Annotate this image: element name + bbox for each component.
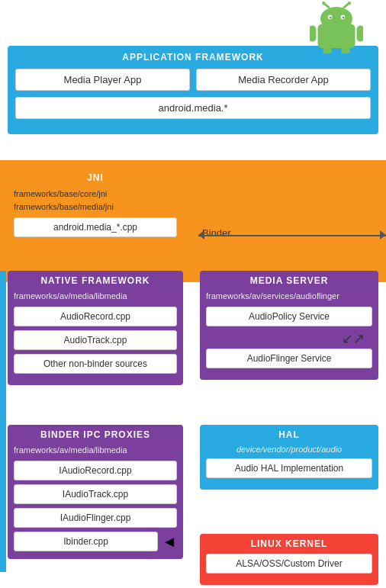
android-media-box: android.media.* xyxy=(15,97,371,119)
audio-hal-box: Audio HAL Implementation xyxy=(206,458,372,478)
jni-title: JNI xyxy=(14,172,177,183)
ibinder-row: Ibinder.cpp ◄ xyxy=(14,532,177,551)
other-non-binder-box: Other non-binder sources xyxy=(14,354,177,374)
ibinder-box: Ibinder.cpp xyxy=(14,532,158,551)
arrows-icon: ↙↗ xyxy=(214,330,365,347)
linux-kernel-title: LINUX KERNEL xyxy=(206,538,372,549)
audio-policy-box: AudioPolicy Service xyxy=(206,307,372,326)
audio-track-box: AudioTrack.cpp xyxy=(14,330,177,350)
binder-line xyxy=(198,235,386,236)
iaudio-track-box: IAudioTrack.cpp xyxy=(14,484,177,504)
binder-ipc-section: BINDER IPC PROXIES frameworks/av/media/l… xyxy=(8,425,183,559)
media-recorder-box: Media Recorder App xyxy=(196,69,371,91)
svg-point-1 xyxy=(320,7,352,31)
binder-ipc-path: frameworks/av/media/libmedia xyxy=(14,445,177,456)
android-logo xyxy=(310,0,363,53)
media-server-section: MEDIA SERVER frameworks/av/services/audi… xyxy=(200,271,378,380)
binder-label: Binder xyxy=(202,227,231,239)
media-player-box: Media Player App xyxy=(15,69,190,91)
ibinder-arrow-icon: ◄ xyxy=(162,533,177,551)
binder-arrow-right xyxy=(380,230,386,239)
iaudio-record-box: IAudioRecord.cpp xyxy=(14,461,177,480)
linux-kernel-section: LINUX KERNEL ALSA/OSS/Custom Driver xyxy=(200,534,378,585)
hal-path: device/vendor/product/audio xyxy=(206,445,372,454)
jni-cpp-box: android.media_*.cpp xyxy=(14,217,177,237)
native-framework-section: NATIVE FRAMEWORK frameworks/av/media/lib… xyxy=(8,271,183,385)
app-row-1: Media Player App Media Recorder App xyxy=(15,69,371,91)
hal-section: HAL device/vendor/product/audio Audio HA… xyxy=(200,425,378,490)
svg-point-8 xyxy=(322,2,325,5)
svg-point-5 xyxy=(343,17,345,19)
media-server-path: frameworks/av/services/audioflinger xyxy=(206,291,372,302)
native-framework-path: frameworks/av/media/libmedia xyxy=(14,291,177,302)
svg-point-9 xyxy=(348,2,351,5)
alsa-oss-box: ALSA/OSS/Custom Driver xyxy=(206,554,372,574)
binder-ipc-title: BINDER IPC PROXIES xyxy=(14,429,177,440)
hal-title: HAL xyxy=(206,429,372,440)
iaudio-flinger-box: IAudioFlinger.cpp xyxy=(14,508,177,528)
app-row-2: android.media.* xyxy=(15,97,371,119)
svg-rect-10 xyxy=(310,26,316,42)
svg-rect-11 xyxy=(357,26,363,42)
binder-arrow-left xyxy=(198,230,204,239)
svg-point-4 xyxy=(330,17,332,19)
audio-flinger-box: AudioFlinger Service xyxy=(206,349,372,368)
jni-section: JNI frameworks/base/core/jni frameworks/… xyxy=(8,168,183,249)
audio-record-box: AudioRecord.cpp xyxy=(14,307,177,326)
app-framework-title: APPLICATION FRAMEWORK xyxy=(15,52,371,63)
left-bar-blue xyxy=(0,271,6,572)
native-framework-title: NATIVE FRAMEWORK xyxy=(14,275,177,286)
jni-paths: frameworks/base/core/jni frameworks/base… xyxy=(14,188,177,213)
media-server-title: MEDIA SERVER xyxy=(206,275,372,286)
app-framework-section: APPLICATION FRAMEWORK Media Player App M… xyxy=(8,46,378,134)
